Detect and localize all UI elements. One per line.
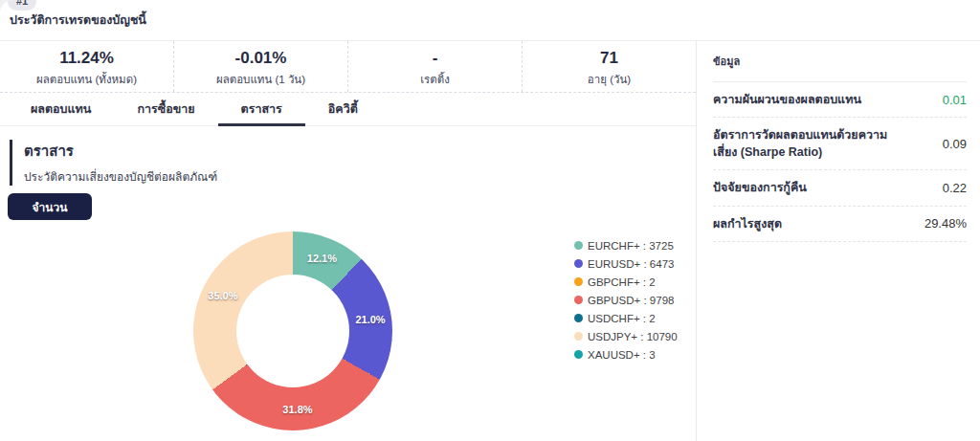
sidebar-metric-row: อัตราการวัดผลตอบแทนด้วยความเสี่ยง (Sharp… [713, 118, 967, 170]
legend-item[interactable]: EURCHF+ : 3725 [574, 239, 678, 252]
tab-2[interactable]: ตราสาร [218, 93, 305, 125]
legend-color-dot [574, 277, 583, 286]
legend-color-dot [574, 296, 583, 304]
legend-color-dot [574, 332, 583, 341]
count-button[interactable]: จำนวน [8, 193, 92, 220]
account-history-page: #1 ประวัติการเทรดของบัญชนี้ 11.24% ผลตอบ… [0, 0, 980, 441]
sidebar-metric-row: ความผันผวนของผลตอบแทน 0.01 [713, 82, 967, 118]
legend-color-dot [574, 259, 583, 268]
stat-value: 11.24% [0, 49, 173, 68]
legend-color-dot [574, 314, 583, 322]
stat-rating: - เรตติ้ง [348, 41, 523, 92]
sidebar-rows: ความผันผวนของผลตอบแทน 0.01 อัตราการวัดผล… [713, 82, 967, 242]
sidebar-header: ข้อมูล [713, 40, 967, 82]
donut-percent-label: 35.0% [208, 290, 237, 301]
legend-item[interactable]: XAUUSD+ : 3 [574, 348, 678, 361]
metric-label: ความผันผวนของผลตอบแทน [713, 91, 861, 108]
legend-label: EURCHF+ : 3725 [588, 240, 674, 252]
stat-value: -0.01% [174, 49, 347, 68]
info-sidebar: ข้อมูล ความผันผวนของผลตอบแทน 0.01 อัตราก… [713, 40, 967, 242]
tab-bar: ผลตอบแทน การซื้อขาย ตราสาร อิควิตี้ [0, 93, 696, 126]
stat-label: เรตติ้ง [348, 71, 522, 88]
legend-item[interactable]: GBPUSD+ : 9798 [574, 294, 678, 306]
metric-label: ปัจจัยของการกู้คืน [713, 179, 807, 196]
stat-label: ผลตอบแทน (ทั้งหมด) [0, 71, 173, 88]
metric-label: ผลกำไรสูงสุด [713, 215, 782, 232]
stat-label: อายุ (วัน) [523, 71, 696, 88]
legend-label: EURUSD+ : 6473 [588, 258, 674, 270]
tab-3[interactable]: อิควิตี้ [305, 93, 381, 125]
legend-item[interactable]: USDCHF+ : 2 [574, 312, 678, 324]
chart-legend: EURCHF+ : 3725 EURUSD+ : 6473 GBPCHF+ : … [574, 239, 678, 366]
rank-badge: #1 [8, 0, 36, 11]
tab-0[interactable]: ผลตอบแทน [8, 93, 114, 125]
stat-label: ผลตอบแทน (1 วัน) [174, 71, 347, 88]
legend-label: GBPUSD+ : 9798 [588, 295, 674, 306]
section-header: ตราสาร ประวัติความเสี่ยงของบัญชีต่อผลิตภ… [10, 140, 217, 186]
stat-total-return: 11.24% ผลตอบแทน (ทั้งหมด) [0, 41, 174, 92]
sidebar-metric-row: ผลกำไรสูงสุด 29.48% [713, 207, 967, 242]
tab-label: ผลตอบแทน [31, 102, 91, 116]
stat-daily-return: -0.01% ผลตอบแทน (1 วัน) [174, 41, 348, 92]
stat-value: - [348, 49, 522, 68]
legend-item[interactable]: EURUSD+ : 6473 [574, 257, 678, 270]
legend-item[interactable]: GBPCHF+ : 2 [574, 276, 678, 288]
sidebar-metric-row: ปัจจัยของการกู้คืน 0.22 [713, 170, 967, 206]
donut-hole [236, 275, 349, 387]
metric-value: 0.09 [935, 137, 967, 151]
tab-1[interactable]: การซื้อขาย [114, 93, 217, 125]
legend-label: USDJPY+ : 10790 [588, 331, 678, 342]
legend-item[interactable]: USDJPY+ : 10790 [574, 330, 678, 342]
page-title: ประวัติการเทรดของบัญชนี้ [10, 11, 146, 30]
metric-value: 0.01 [935, 93, 967, 107]
stat-age-days: 71 อายุ (วัน) [523, 41, 696, 92]
section-title: ตราสาร [24, 140, 217, 163]
donut-percent-label: 21.0% [355, 314, 385, 325]
donut-percent-label: 31.8% [282, 404, 312, 415]
metric-value: 29.48% [917, 216, 967, 231]
legend-label: USDCHF+ : 2 [588, 313, 656, 324]
tab-label: ตราสาร [241, 102, 282, 116]
section-subtitle: ประวัติความเสี่ยงของบัญชีต่อผลิตภัณฑ์ [24, 167, 217, 186]
stat-value: 71 [523, 49, 696, 68]
metric-label: อัตราการวัดผลตอบแทนด้วยความเสี่ยง (Sharp… [713, 126, 904, 161]
legend-color-dot [574, 241, 583, 250]
donut-percent-label: 12.1% [307, 253, 337, 264]
vertical-divider [696, 40, 697, 441]
tab-label: อิควิตี้ [328, 102, 358, 116]
tab-label: การซื้อขาย [137, 102, 194, 116]
legend-label: GBPCHF+ : 2 [588, 276, 656, 288]
instruments-donut-chart[interactable]: 12.1%21.0%31.8%35.0% [193, 232, 392, 430]
metric-value: 0.22 [935, 181, 967, 195]
legend-label: XAUUSD+ : 3 [588, 349, 656, 361]
legend-color-dot [574, 350, 583, 359]
stats-row: 11.24% ผลตอบแทน (ทั้งหมด) -0.01% ผลตอบแท… [0, 41, 696, 93]
